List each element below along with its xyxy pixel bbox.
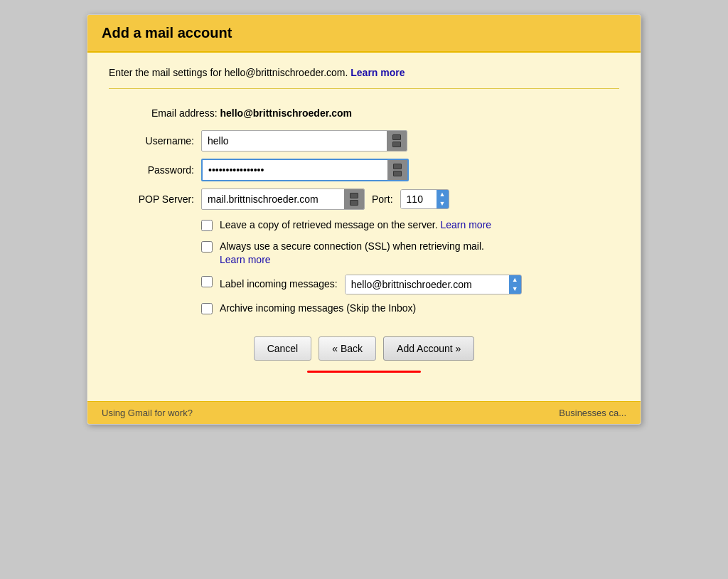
email-display-row: Email address: hello@brittnischroeder.co…	[151, 107, 619, 119]
subtitle-bar: Enter the mail settings for hello@brittn…	[109, 67, 619, 89]
dialog-header: Add a mail account	[87, 15, 641, 53]
password-label: Password:	[109, 164, 194, 176]
cancel-button[interactable]: Cancel	[254, 336, 312, 361]
password-input-wrapper	[201, 159, 409, 181]
password-icon-button[interactable]	[387, 160, 407, 180]
username-icon-button[interactable]	[387, 131, 407, 151]
label-select-row: Label incoming messages: hello@brittnisc…	[220, 275, 522, 294]
red-underline-indicator	[307, 371, 421, 373]
subtitle-learn-more-link[interactable]: Learn more	[350, 67, 405, 78]
port-spinner[interactable]: ▲ ▼	[437, 190, 449, 208]
username-input-wrapper	[201, 130, 407, 152]
dialog-body: Enter the mail settings for hello@brittn…	[87, 53, 641, 401]
pop-server-icon-button[interactable]	[344, 189, 364, 209]
password-row: Password:	[109, 159, 619, 181]
port-select-wrapper: ▲ ▼	[400, 189, 449, 209]
bottom-right-text: Businesses ca...	[559, 408, 626, 418]
pop-server-row: POP Server: Port:	[109, 188, 619, 210]
password-input[interactable]	[203, 161, 387, 179]
subtitle-text: Enter the mail settings for hello@brittn…	[109, 67, 348, 78]
checkbox3-input[interactable]	[201, 276, 213, 287]
checkbox4-row: Archive incoming messages (Skip the Inbo…	[201, 302, 619, 316]
checkbox2-input[interactable]	[201, 241, 213, 253]
username-row: Username:	[109, 130, 619, 152]
email-value: hello@brittnischroeder.com	[220, 107, 352, 119]
email-label: Email address:	[151, 107, 218, 119]
bottom-bar: Using Gmail for work? Businesses ca...	[87, 401, 641, 424]
checkbox2-learn-more-link[interactable]: Learn more	[220, 254, 271, 265]
pop-server-label: POP Server:	[109, 193, 194, 205]
checkbox4-input[interactable]	[201, 303, 213, 314]
port-input[interactable]	[401, 190, 437, 208]
pop-server-controls: Port: ▲ ▼	[201, 188, 449, 210]
pop-server-input-wrapper	[201, 188, 365, 210]
add-mail-account-dialog: Add a mail account Enter the mail settin…	[87, 14, 641, 425]
buttons-inner: Cancel « Back Add Account »	[254, 336, 475, 361]
checkbox3-label: Label incoming messages: hello@brittnisc…	[220, 275, 522, 294]
label-up-button[interactable]: ▲	[509, 275, 521, 285]
add-account-button[interactable]: Add Account »	[383, 336, 474, 361]
port-up-button[interactable]: ▲	[437, 190, 449, 199]
dialog-title: Add a mail account	[102, 25, 626, 41]
port-down-button[interactable]: ▼	[437, 199, 449, 208]
checkbox2-label: Always use a secure connection (SSL) whe…	[220, 240, 484, 267]
page-wrapper: Add a mail account Enter the mail settin…	[0, 0, 728, 579]
checkbox1-learn-more-link[interactable]: Learn more	[441, 219, 492, 230]
checkbox1-label: Leave a copy of retrieved message on the…	[220, 218, 491, 233]
checkbox1-row: Leave a copy of retrieved message on the…	[201, 218, 619, 233]
label-down-button[interactable]: ▼	[509, 285, 521, 294]
username-label: Username:	[109, 135, 194, 147]
label-select-wrapper: hello@brittnischroeder.com ▲ ▼	[345, 275, 522, 294]
username-input[interactable]	[202, 132, 387, 150]
form-section: Email address: hello@brittnischroeder.co…	[109, 100, 619, 380]
checkbox4-label: Archive incoming messages (Skip the Inbo…	[220, 302, 416, 316]
buttons-row: Cancel « Back Add Account »	[109, 336, 619, 373]
checkbox3-row: Label incoming messages: hello@brittnisc…	[201, 275, 619, 294]
checkboxes-section: Leave a copy of retrieved message on the…	[201, 218, 619, 315]
pop-server-input[interactable]	[202, 190, 344, 208]
back-button[interactable]: « Back	[318, 336, 376, 361]
bottom-left-text: Using Gmail for work?	[102, 408, 193, 418]
checkbox1-input[interactable]	[201, 220, 213, 231]
label-select[interactable]: hello@brittnischroeder.com	[346, 275, 509, 294]
port-label: Port:	[372, 193, 393, 205]
label-spinner[interactable]: ▲ ▼	[509, 275, 521, 294]
checkbox2-row: Always use a secure connection (SSL) whe…	[201, 240, 619, 267]
